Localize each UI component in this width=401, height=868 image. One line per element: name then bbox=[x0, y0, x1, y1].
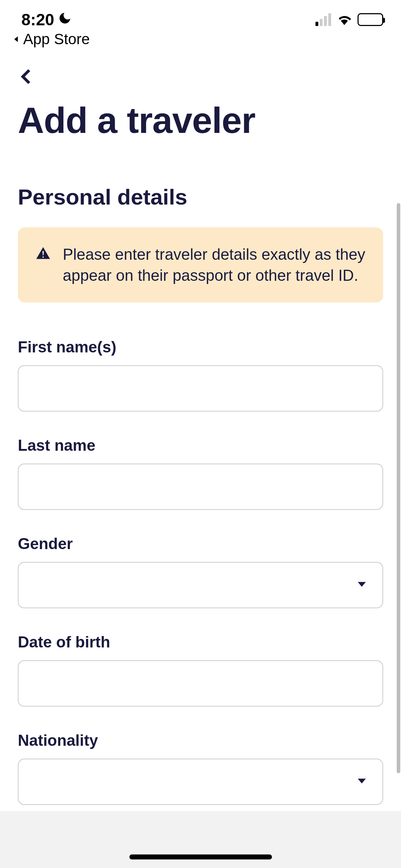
status-bar: 8:20 bbox=[0, 0, 401, 29]
nationality-select[interactable] bbox=[18, 759, 383, 805]
first-name-label: First name(s) bbox=[18, 338, 383, 356]
first-name-input[interactable] bbox=[18, 365, 383, 412]
gender-label: Gender bbox=[18, 535, 383, 553]
bottom-bar bbox=[0, 811, 401, 868]
section-title: Personal details bbox=[18, 184, 383, 210]
breadcrumb-label: App Store bbox=[23, 31, 90, 48]
info-banner: Please enter traveler details exactly as… bbox=[18, 227, 383, 303]
breadcrumb-app-store[interactable]: App Store bbox=[0, 29, 401, 50]
dob-label: Date of birth bbox=[18, 633, 383, 651]
back-button[interactable] bbox=[18, 64, 43, 89]
gender-select[interactable] bbox=[18, 562, 383, 608]
warning-icon bbox=[36, 246, 51, 261]
status-time: 8:20 bbox=[21, 10, 54, 29]
nationality-label: Nationality bbox=[18, 732, 383, 749]
breadcrumb-back-icon bbox=[12, 35, 21, 43]
info-banner-text: Please enter traveler details exactly as… bbox=[63, 244, 365, 286]
dob-input[interactable] bbox=[18, 660, 383, 707]
last-name-label: Last name bbox=[18, 436, 383, 454]
battery-icon bbox=[358, 13, 383, 26]
cellular-signal-icon bbox=[315, 13, 331, 26]
scroll-indicator bbox=[397, 203, 400, 773]
home-indicator[interactable] bbox=[129, 854, 272, 859]
chevron-left-icon bbox=[18, 68, 35, 85]
moon-icon bbox=[58, 10, 72, 29]
page-title: Add a traveler bbox=[18, 100, 383, 141]
wifi-icon bbox=[336, 10, 353, 29]
last-name-input[interactable] bbox=[18, 464, 383, 510]
